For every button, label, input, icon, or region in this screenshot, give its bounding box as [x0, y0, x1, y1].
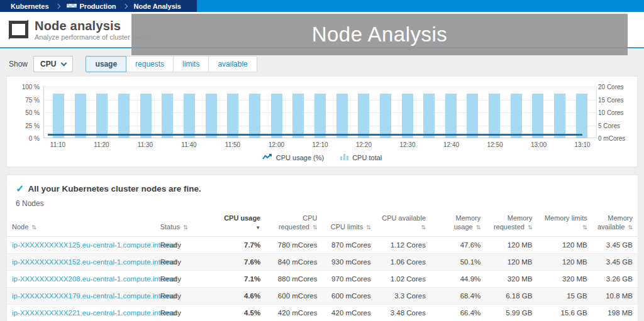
node-metric-cell: Ready — [155, 236, 215, 253]
node-metric-cell: 120 MB — [537, 253, 592, 270]
cpu-total-bar[interactable] — [489, 94, 500, 138]
right-axis-tick: 10 Cores — [598, 109, 624, 116]
column-header-cpu-requested[interactable]: CPU requested ⇅ — [265, 212, 322, 236]
cpu-total-bar[interactable] — [75, 94, 86, 138]
column-header-memory-limits[interactable]: Memory limits ⇅ — [537, 212, 592, 236]
cpu-total-bar[interactable] — [249, 94, 260, 138]
production-cluster-icon — [67, 3, 77, 9]
node-metric-cell: 5.99 GB — [486, 304, 537, 321]
right-axis-tick: 0 mCores — [598, 135, 625, 142]
node-metric-cell: 4.5% — [215, 304, 265, 321]
cluster-status: ✓ All your Kubernetes cluster nodes are … — [7, 182, 638, 195]
cpu-total-bar[interactable] — [271, 94, 282, 138]
node-link[interactable]: ip-XXXXXXXXXX179.eu-central-1.compute.in… — [12, 292, 176, 300]
cpu-total-bar[interactable] — [53, 94, 64, 138]
node-metric-cell: 970 mCores — [323, 270, 376, 287]
breadcrumb: Kubernetes Production Node Analysis — [0, 0, 197, 12]
sort-desc-icon: ▼ — [255, 225, 260, 231]
x-axis-tick: 12:10 — [312, 141, 328, 148]
cpu-total-bar[interactable] — [380, 94, 391, 138]
left-axis-tick: 75 % — [25, 96, 40, 103]
cpu-total-bar[interactable] — [140, 94, 152, 138]
annotation-banner: Node Analysis — [131, 14, 628, 55]
node-link[interactable]: ip-XXXXXXXXXX221.eu-central-1.compute.in… — [12, 309, 176, 317]
cpu-total-bar[interactable] — [96, 94, 108, 138]
cpu-total-bar[interactable] — [554, 94, 565, 138]
left-axis-tick: 100 % — [22, 84, 40, 90]
cpu-usage-line[interactable] — [48, 134, 582, 136]
node-metric-cell: 3.45 GB — [592, 236, 638, 253]
cpu-total-bar[interactable] — [423, 94, 435, 138]
column-header-node[interactable]: Node ⇅ — [7, 212, 155, 236]
tab-limits[interactable]: limits — [173, 56, 209, 72]
tab-requests[interactable]: requests — [126, 56, 174, 72]
sort-icon: ⇅ — [31, 224, 36, 231]
cpu-total-bar[interactable] — [358, 94, 369, 138]
cluster-status-text: All your Kubernetes cluster nodes are fi… — [28, 184, 201, 193]
cpu-total-bar[interactable] — [292, 94, 304, 138]
x-axis-tick: 12:30 — [399, 141, 415, 148]
node-metric-cell: 3.3 Cores — [376, 287, 431, 304]
column-header-memory-usage[interactable]: Memory usage ⇅ — [431, 212, 486, 236]
cpu-total-bar[interactable] — [227, 94, 238, 138]
node-row: ip-XXXXXXXXXX221.eu-central-1.compute.in… — [7, 304, 638, 321]
node-metric-cell: 120 MB — [537, 236, 592, 253]
legend-item[interactable]: CPU usage (%) — [262, 153, 324, 161]
filter-toolbar: Show CPU usagerequestslimitsavailable — [9, 56, 644, 72]
cpu-total-bar[interactable] — [336, 94, 348, 138]
node-metric-cell: 10.8 MB — [592, 287, 638, 304]
breadcrumb-item-production[interactable]: Production — [61, 3, 122, 10]
metric-select[interactable]: CPU — [33, 56, 73, 72]
cpu-total-bar[interactable] — [118, 94, 130, 138]
sort-icon: ⇅ — [628, 224, 633, 231]
breadcrumb-item-node-analysis[interactable]: Node Analysis — [128, 3, 187, 10]
column-label: CPU limits — [331, 223, 363, 231]
tab-available[interactable]: available — [208, 56, 257, 72]
cpu-total-bar[interactable] — [511, 94, 522, 138]
show-label: Show — [9, 60, 28, 68]
node-metric-cell: 1.06 Cores — [376, 253, 431, 270]
node-metric-cell: 15 GB — [537, 287, 592, 304]
cpu-total-bar[interactable] — [402, 94, 413, 138]
sort-icon: ⇅ — [528, 224, 533, 231]
legend-item[interactable]: CPU total — [340, 153, 382, 161]
cpu-total-bar[interactable] — [184, 94, 195, 138]
column-header-status[interactable]: Status ⇅ — [155, 212, 215, 236]
node-link[interactable]: ip-XXXXXXXXXX152.eu-central-1.compute.in… — [12, 258, 176, 266]
annotation-banner-text: Node Analysis — [312, 23, 448, 46]
chevron-right-icon — [55, 3, 60, 8]
column-header-cpu-usage[interactable]: CPU usage ▼ — [215, 212, 265, 236]
breadcrumb-label: Kubernetes — [11, 3, 49, 10]
column-header-memory-available[interactable]: Memory available ⇅ — [592, 212, 638, 236]
bar-series-icon — [340, 153, 348, 161]
node-metric-cell: 120 MB — [486, 253, 537, 270]
node-link[interactable]: ip-XXXXXXXXXX208.eu-central-1.compute.in… — [12, 275, 176, 283]
node-metric-cell: 120 MB — [486, 236, 537, 253]
column-header-cpu-available[interactable]: CPU available ⇅ — [376, 212, 431, 236]
tab-usage[interactable]: usage — [86, 56, 126, 72]
column-header-cpu-limits[interactable]: CPU limits ⇅ — [323, 212, 376, 236]
node-metric-cell: 6.18 GB — [486, 287, 537, 304]
header-row: Node ⇅Status ⇅CPU usage ▼CPU requested ⇅… — [7, 212, 638, 236]
node-link[interactable]: ip-XXXXXXXXXX125.eu-central-1.compute.in… — [12, 241, 176, 249]
right-axis-labels: 20 Cores15 Cores10 Cores5 Cores0 mCores — [598, 87, 635, 138]
chart-plot-area[interactable] — [43, 87, 597, 138]
x-axis-tick: 12:40 — [443, 141, 459, 148]
legend-label: CPU total — [352, 154, 382, 161]
node-name-cell: ip-XXXXXXXXXX179.eu-central-1.compute.in… — [7, 287, 155, 304]
cpu-total-bar[interactable] — [314, 94, 326, 138]
cpu-total-bar[interactable] — [467, 94, 478, 138]
cpu-total-bar[interactable] — [206, 94, 217, 138]
cpu-total-bar[interactable] — [532, 94, 543, 138]
breadcrumb-item-kubernetes[interactable]: Kubernetes — [5, 3, 55, 10]
cpu-total-bar[interactable] — [162, 94, 173, 138]
cpu-total-bar[interactable] — [576, 94, 587, 138]
left-axis-tick: 0 % — [29, 135, 40, 142]
node-metric-cell: 880 mCores — [265, 270, 322, 287]
column-header-memory-requested[interactable]: Memory requested ⇅ — [486, 212, 537, 236]
x-axis-tick: 13:00 — [531, 141, 547, 148]
node-metric-cell: 1.02 Cores — [376, 270, 431, 287]
nodes-card: ✓ All your Kubernetes cluster nodes are … — [6, 175, 638, 321]
node-name-cell: ip-XXXXXXXXXX152.eu-central-1.compute.in… — [7, 253, 155, 270]
cpu-total-bar[interactable] — [445, 94, 457, 138]
